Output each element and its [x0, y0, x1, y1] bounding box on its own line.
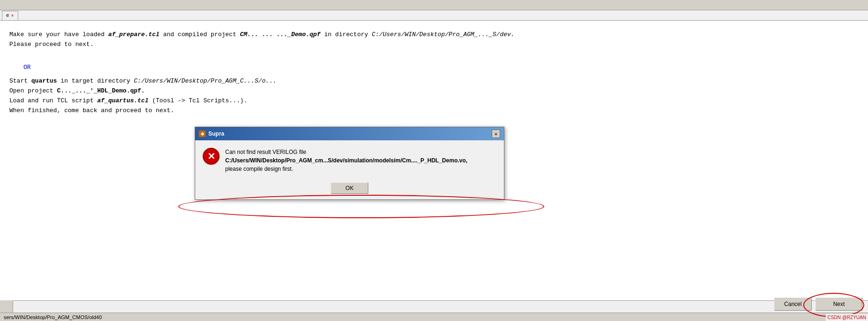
dialog-close-button[interactable]: ✕	[492, 130, 500, 138]
instruction-text: Make sure your have loaded af_prepare.tc…	[9, 30, 859, 115]
dialog-title: Supra	[208, 130, 224, 137]
error-circle: ✕	[203, 148, 220, 165]
line6: When finished, come back and proceed to …	[9, 106, 859, 116]
tab-bar: e ✕	[0, 10, 868, 21]
line1: Make sure your have loaded af_prepare.tc…	[9, 30, 859, 40]
line1-prefix: Make sure your have loaded	[9, 31, 108, 38]
watermark: CSDN @RZYUAN	[826, 314, 868, 321]
line4-bold: C..._..._'_HDL_Demo.qpf.	[57, 87, 145, 94]
line5-prefix: Load and run TCL script	[9, 97, 97, 104]
error-line1: Can not find result VERILOG file	[225, 148, 496, 156]
error-line3: please compile design first.	[225, 165, 496, 173]
cancel-button[interactable]: Cancel	[774, 298, 812, 311]
line4: Open project C..._..._'_HDL_Demo.qpf.	[9, 86, 859, 96]
tab-close-icon[interactable]: ✕	[11, 13, 14, 18]
tab-item[interactable]: e ✕	[2, 11, 18, 20]
line1-after: in directory	[320, 31, 372, 38]
line1-bold1: af_prepare.tcl	[108, 31, 160, 38]
line3: Start quartus in target directory C:/Use…	[9, 76, 859, 86]
supra-icon: ◆	[199, 130, 206, 137]
step-indicator	[0, 300, 13, 313]
line1-bold2: CM... ... ..._Demo.qpf	[240, 31, 321, 38]
dialog-title-left: ◆ Supra	[199, 130, 224, 137]
status-path-text: sers/WIN/Desktop/Pro_AGM_CMOS/old40	[4, 314, 102, 320]
line5-bold: af_quartus.tcl	[97, 97, 148, 104]
toolbar	[0, 0, 868, 10]
bottom-buttons: Cancel Next	[774, 298, 862, 311]
error-icon: ✕	[203, 148, 220, 165]
dialog-body: ✕ Can not find result VERILOG file C:/Us…	[195, 140, 504, 179]
line3-bold: quartus	[31, 77, 57, 84]
dialog-message: Can not find result VERILOG file C:/User…	[225, 148, 496, 173]
tab-label: e	[6, 13, 9, 18]
line5-after: (Toosl -> Tcl Scripts...).	[148, 97, 247, 104]
ok-button[interactable]: OK	[331, 183, 368, 194]
dialog-titlebar: ◆ Supra ✕	[195, 127, 504, 140]
dialog-footer: OK	[195, 179, 504, 199]
line3-after: in target directory	[57, 77, 134, 84]
error-line2: C:/Users/WIN/Desktop/Pro_AGM_cm...S/dev/…	[225, 156, 496, 165]
line3-path: C:/Users/WIN/Desktop/Pro_AGM_C...S/o...	[134, 77, 276, 84]
line3-prefix: Start	[9, 77, 31, 84]
status-bar-path: sers/WIN/Desktop/Pro_AGM_CMOS/old40	[0, 313, 868, 321]
line4-prefix: Open project	[9, 87, 57, 94]
line1-middle: and compiled project	[160, 31, 240, 38]
line1-path: C:/Users/WIN/Desktop/Pro_AGM_..._S/dev.	[372, 31, 514, 38]
next-button[interactable]: Next	[815, 298, 862, 311]
line5: Load and run TCL script af_quartus.tcl (…	[9, 96, 859, 106]
line2: Please proceed to next.	[9, 40, 859, 50]
or-link[interactable]: OR	[23, 63, 859, 73]
dialog-box: ◆ Supra ✕ ✕ Can not find result VERILOG …	[195, 127, 504, 200]
bottom-area: Cancel Next sers/WIN/Desktop/Pro_AGM_CMO…	[0, 300, 868, 321]
